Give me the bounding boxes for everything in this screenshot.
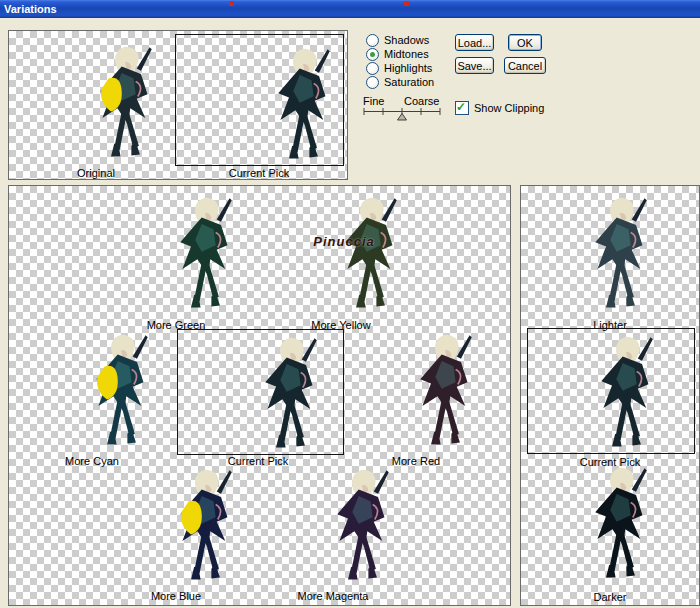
checkbox-icon: ✓ <box>455 101 469 115</box>
variation-tile-more-yellow[interactable] <box>291 194 391 314</box>
character-thumbnail <box>583 196 659 314</box>
titlebar-red-mark-2 <box>404 1 409 6</box>
variation-tile-darker[interactable] <box>555 464 655 584</box>
radio-icon <box>366 62 379 75</box>
variation-tile-more-blue[interactable] <box>126 466 226 586</box>
load-button[interactable]: Load... <box>455 34 494 51</box>
radio-icon <box>366 34 379 47</box>
tile-label-more-magenta: More Magenta <box>258 590 408 602</box>
character-thumbnail <box>325 468 401 586</box>
variation-tile-more-green[interactable] <box>126 194 226 314</box>
ok-button[interactable]: OK <box>508 34 542 51</box>
radio-label-midtones: Midtones <box>384 48 429 61</box>
show-clipping-checkbox[interactable]: ✓ Show Clipping <box>455 101 544 115</box>
radio-label-saturation: Saturation <box>384 76 434 89</box>
slider-label-fine: Fine <box>363 95 384 107</box>
character-thumbnail <box>583 466 659 584</box>
variations-grid-panel: More Green Pinuccia More Yellow More Cya… <box>8 185 511 606</box>
check-icon: ✓ <box>456 100 466 114</box>
slider-thumb-icon <box>398 114 407 121</box>
character-thumbnail <box>168 196 244 314</box>
show-clipping-label: Show Clipping <box>474 102 544 115</box>
fine-coarse-slider[interactable] <box>363 107 441 121</box>
character-thumbnail <box>589 335 665 453</box>
radio-icon <box>366 76 379 89</box>
cancel-button[interactable]: Cancel <box>504 57 546 74</box>
variation-tile-more-cyan[interactable] <box>42 331 142 451</box>
radio-label-highlights: Highlights <box>384 62 432 75</box>
character-thumbnail <box>333 196 409 314</box>
original-preview-panel: Original Current Pick <box>8 30 348 180</box>
variation-tile-current-pick[interactable] <box>177 329 344 455</box>
radio-highlights[interactable]: Highlights <box>366 62 432 75</box>
tile-label-original: Original <box>21 167 171 179</box>
variation-tile-more-red[interactable] <box>366 331 466 451</box>
radio-label-shadows: Shadows <box>384 34 429 47</box>
character-thumbnail <box>84 333 160 451</box>
save-button[interactable]: Save... <box>455 57 494 74</box>
character-thumbnail <box>88 45 164 163</box>
character-thumbnail <box>253 336 329 454</box>
tile-label-more-blue: More Blue <box>101 590 251 602</box>
character-thumbnail <box>168 468 244 586</box>
brightness-panel: Lighter Current Pick Darker <box>520 185 700 606</box>
character-thumbnail <box>266 47 342 165</box>
radio-shadows[interactable]: Shadows <box>366 34 429 47</box>
window-title: Variations <box>0 0 700 18</box>
radio-midtones[interactable]: Midtones <box>366 48 429 61</box>
variations-dialog: Variations Original Current Pick Shadows… <box>0 0 700 608</box>
slider-label-coarse: Coarse <box>404 95 439 107</box>
tile-label-current-pick-top: Current Pick <box>179 167 339 179</box>
radio-icon <box>366 48 379 61</box>
variation-tile-lighter[interactable] <box>555 194 655 314</box>
tile-label-darker: Darker <box>535 591 685 603</box>
titlebar-red-mark-1 <box>229 1 234 6</box>
tile-original[interactable] <box>41 41 151 163</box>
variation-tile-more-magenta[interactable] <box>283 466 383 586</box>
radio-saturation[interactable]: Saturation <box>366 76 434 89</box>
character-thumbnail <box>408 333 484 451</box>
variation-tile-current-pick-right[interactable] <box>527 328 695 454</box>
watermark-text: Pinuccia <box>279 234 409 249</box>
tile-current-pick-top[interactable] <box>175 34 344 166</box>
titlebar[interactable]: Variations <box>0 0 700 18</box>
